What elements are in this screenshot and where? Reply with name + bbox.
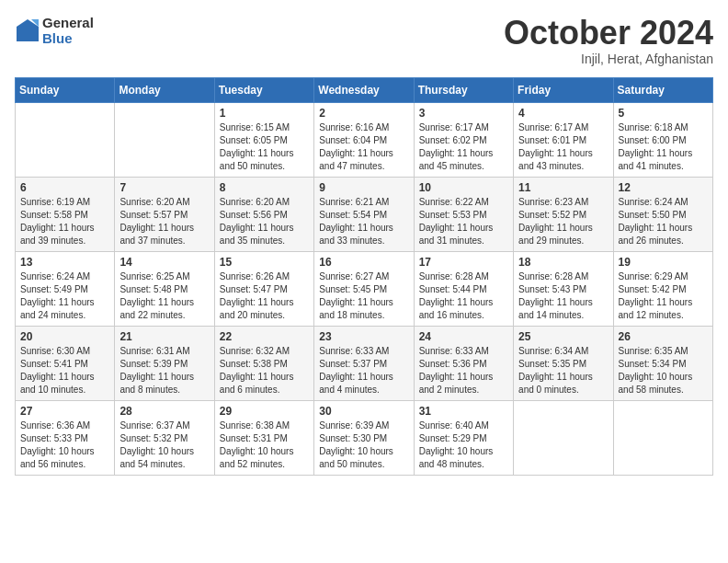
day-cell: 25Sunrise: 6:34 AM Sunset: 5:35 PM Dayli… bbox=[514, 326, 613, 400]
logo-icon bbox=[15, 17, 40, 43]
day-cell: 3Sunrise: 6:17 AM Sunset: 6:02 PM Daylig… bbox=[414, 102, 513, 177]
day-cell: 21Sunrise: 6:31 AM Sunset: 5:39 PM Dayli… bbox=[115, 326, 214, 400]
day-info: Sunrise: 6:32 AM Sunset: 5:38 PM Dayligh… bbox=[220, 345, 309, 396]
day-number: 3 bbox=[419, 107, 508, 120]
day-cell bbox=[613, 400, 712, 475]
day-cell: 29Sunrise: 6:38 AM Sunset: 5:31 PM Dayli… bbox=[214, 400, 313, 475]
day-cell: 26Sunrise: 6:35 AM Sunset: 5:34 PM Dayli… bbox=[613, 326, 712, 400]
day-number: 20 bbox=[20, 330, 109, 343]
day-info: Sunrise: 6:24 AM Sunset: 5:50 PM Dayligh… bbox=[619, 196, 708, 247]
day-cell: 28Sunrise: 6:37 AM Sunset: 5:32 PM Dayli… bbox=[115, 400, 214, 475]
day-number: 5 bbox=[619, 107, 708, 120]
day-cell: 15Sunrise: 6:26 AM Sunset: 5:47 PM Dayli… bbox=[214, 251, 313, 326]
day-number: 25 bbox=[518, 330, 608, 343]
day-info: Sunrise: 6:16 AM Sunset: 6:04 PM Dayligh… bbox=[319, 121, 408, 173]
day-number: 21 bbox=[119, 330, 209, 343]
day-number: 31 bbox=[419, 405, 508, 418]
header-cell-tuesday: Tuesday bbox=[214, 77, 313, 102]
day-info: Sunrise: 6:35 AM Sunset: 5:34 PM Dayligh… bbox=[619, 345, 708, 396]
day-cell: 2Sunrise: 6:16 AM Sunset: 6:04 PM Daylig… bbox=[314, 102, 414, 177]
day-cell: 7Sunrise: 6:20 AM Sunset: 5:57 PM Daylig… bbox=[115, 177, 214, 251]
day-info: Sunrise: 6:27 AM Sunset: 5:45 PM Dayligh… bbox=[319, 270, 408, 322]
day-number: 6 bbox=[20, 181, 109, 194]
title-block: October 2024 Injil, Herat, Afghanistan bbox=[504, 15, 713, 66]
month-title: October 2024 bbox=[504, 15, 713, 52]
header-cell-monday: Monday bbox=[115, 77, 214, 102]
day-number: 18 bbox=[518, 256, 608, 269]
day-number: 7 bbox=[119, 181, 209, 194]
day-cell: 18Sunrise: 6:28 AM Sunset: 5:43 PM Dayli… bbox=[514, 251, 613, 326]
day-cell bbox=[16, 102, 115, 177]
day-cell: 1Sunrise: 6:15 AM Sunset: 6:05 PM Daylig… bbox=[214, 102, 313, 177]
week-row-1: 1Sunrise: 6:15 AM Sunset: 6:05 PM Daylig… bbox=[16, 102, 713, 177]
day-cell bbox=[115, 102, 214, 177]
day-cell: 17Sunrise: 6:28 AM Sunset: 5:44 PM Dayli… bbox=[414, 251, 513, 326]
header-cell-wednesday: Wednesday bbox=[314, 77, 414, 102]
day-cell: 8Sunrise: 6:20 AM Sunset: 5:56 PM Daylig… bbox=[214, 177, 313, 251]
day-info: Sunrise: 6:20 AM Sunset: 5:57 PM Dayligh… bbox=[119, 196, 209, 247]
week-row-3: 13Sunrise: 6:24 AM Sunset: 5:49 PM Dayli… bbox=[16, 251, 713, 326]
day-cell: 4Sunrise: 6:17 AM Sunset: 6:01 PM Daylig… bbox=[514, 102, 613, 177]
day-info: Sunrise: 6:36 AM Sunset: 5:33 PM Dayligh… bbox=[20, 419, 109, 471]
day-cell: 24Sunrise: 6:33 AM Sunset: 5:36 PM Dayli… bbox=[414, 326, 513, 400]
day-info: Sunrise: 6:34 AM Sunset: 5:35 PM Dayligh… bbox=[518, 345, 608, 396]
day-cell: 20Sunrise: 6:30 AM Sunset: 5:41 PM Dayli… bbox=[16, 326, 115, 400]
day-info: Sunrise: 6:28 AM Sunset: 5:43 PM Dayligh… bbox=[518, 270, 608, 322]
day-cell: 9Sunrise: 6:21 AM Sunset: 5:54 PM Daylig… bbox=[314, 177, 414, 251]
day-info: Sunrise: 6:23 AM Sunset: 5:52 PM Dayligh… bbox=[518, 196, 608, 247]
day-number: 10 bbox=[419, 181, 508, 194]
header-cell-friday: Friday bbox=[514, 77, 613, 102]
day-info: Sunrise: 6:26 AM Sunset: 5:47 PM Dayligh… bbox=[220, 270, 309, 322]
day-info: Sunrise: 6:19 AM Sunset: 5:58 PM Dayligh… bbox=[20, 196, 109, 247]
day-number: 24 bbox=[419, 330, 508, 343]
day-cell: 16Sunrise: 6:27 AM Sunset: 5:45 PM Dayli… bbox=[314, 251, 414, 326]
day-info: Sunrise: 6:38 AM Sunset: 5:31 PM Dayligh… bbox=[220, 419, 309, 471]
calendar-table: SundayMondayTuesdayWednesdayThursdayFrid… bbox=[15, 77, 713, 476]
day-cell: 22Sunrise: 6:32 AM Sunset: 5:38 PM Dayli… bbox=[214, 326, 313, 400]
day-number: 26 bbox=[619, 330, 708, 343]
day-info: Sunrise: 6:29 AM Sunset: 5:42 PM Dayligh… bbox=[619, 270, 708, 322]
day-number: 15 bbox=[220, 256, 309, 269]
day-cell: 13Sunrise: 6:24 AM Sunset: 5:49 PM Dayli… bbox=[16, 251, 115, 326]
day-number: 17 bbox=[419, 256, 508, 269]
day-number: 9 bbox=[319, 181, 408, 194]
day-number: 22 bbox=[220, 330, 309, 343]
day-info: Sunrise: 6:17 AM Sunset: 6:01 PM Dayligh… bbox=[518, 121, 608, 173]
day-cell bbox=[514, 400, 613, 475]
location: Injil, Herat, Afghanistan bbox=[504, 52, 713, 66]
header-cell-saturday: Saturday bbox=[613, 77, 712, 102]
day-cell: 19Sunrise: 6:29 AM Sunset: 5:42 PM Dayli… bbox=[613, 251, 712, 326]
day-cell: 27Sunrise: 6:36 AM Sunset: 5:33 PM Dayli… bbox=[16, 400, 115, 475]
day-number: 11 bbox=[518, 181, 608, 194]
week-row-5: 27Sunrise: 6:36 AM Sunset: 5:33 PM Dayli… bbox=[16, 400, 713, 475]
day-info: Sunrise: 6:31 AM Sunset: 5:39 PM Dayligh… bbox=[119, 345, 209, 396]
day-number: 14 bbox=[119, 256, 209, 269]
day-cell: 14Sunrise: 6:25 AM Sunset: 5:48 PM Dayli… bbox=[115, 251, 214, 326]
day-info: Sunrise: 6:15 AM Sunset: 6:05 PM Dayligh… bbox=[220, 121, 309, 173]
day-cell: 5Sunrise: 6:18 AM Sunset: 6:00 PM Daylig… bbox=[613, 102, 712, 177]
day-info: Sunrise: 6:30 AM Sunset: 5:41 PM Dayligh… bbox=[20, 345, 109, 396]
day-number: 16 bbox=[319, 256, 408, 269]
day-info: Sunrise: 6:24 AM Sunset: 5:49 PM Dayligh… bbox=[20, 270, 109, 322]
day-number: 4 bbox=[518, 107, 608, 120]
logo: General Blue bbox=[15, 15, 94, 46]
day-number: 28 bbox=[119, 405, 209, 418]
day-number: 30 bbox=[319, 405, 408, 418]
day-cell: 30Sunrise: 6:39 AM Sunset: 5:30 PM Dayli… bbox=[314, 400, 414, 475]
week-row-2: 6Sunrise: 6:19 AM Sunset: 5:58 PM Daylig… bbox=[16, 177, 713, 251]
day-info: Sunrise: 6:37 AM Sunset: 5:32 PM Dayligh… bbox=[119, 419, 209, 471]
day-cell: 31Sunrise: 6:40 AM Sunset: 5:29 PM Dayli… bbox=[414, 400, 513, 475]
header-cell-thursday: Thursday bbox=[414, 77, 513, 102]
day-number: 29 bbox=[220, 405, 309, 418]
day-info: Sunrise: 6:18 AM Sunset: 6:00 PM Dayligh… bbox=[619, 121, 708, 173]
day-info: Sunrise: 6:20 AM Sunset: 5:56 PM Dayligh… bbox=[220, 196, 309, 247]
day-info: Sunrise: 6:28 AM Sunset: 5:44 PM Dayligh… bbox=[419, 270, 508, 322]
day-cell: 12Sunrise: 6:24 AM Sunset: 5:50 PM Dayli… bbox=[613, 177, 712, 251]
day-cell: 23Sunrise: 6:33 AM Sunset: 5:37 PM Dayli… bbox=[314, 326, 414, 400]
calendar-header-row: SundayMondayTuesdayWednesdayThursdayFrid… bbox=[16, 77, 713, 102]
day-info: Sunrise: 6:33 AM Sunset: 5:36 PM Dayligh… bbox=[419, 345, 508, 396]
day-info: Sunrise: 6:22 AM Sunset: 5:53 PM Dayligh… bbox=[419, 196, 508, 247]
day-cell: 11Sunrise: 6:23 AM Sunset: 5:52 PM Dayli… bbox=[514, 177, 613, 251]
day-number: 8 bbox=[220, 181, 309, 194]
day-info: Sunrise: 6:39 AM Sunset: 5:30 PM Dayligh… bbox=[319, 419, 408, 471]
